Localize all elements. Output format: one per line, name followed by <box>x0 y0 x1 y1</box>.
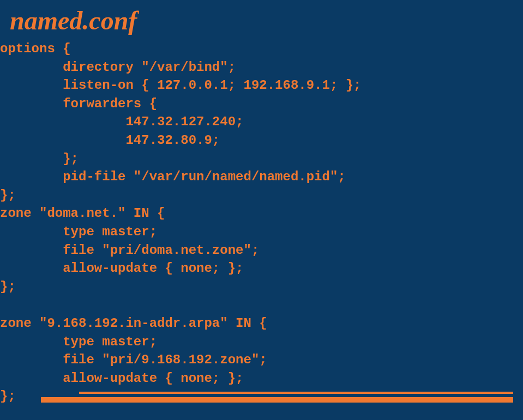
slide-title: named.conf <box>0 0 523 35</box>
divider-thick <box>41 397 513 403</box>
divider-thin <box>79 392 513 394</box>
code-block: options { directory "/var/bind"; listen-… <box>0 40 523 406</box>
footer-divider <box>41 392 513 403</box>
